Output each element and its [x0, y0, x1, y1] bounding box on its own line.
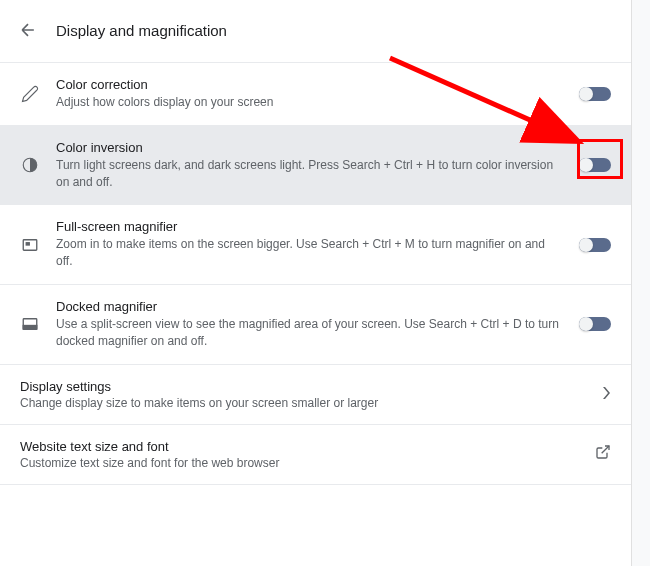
setting-title: Docked magnifier — [56, 299, 563, 314]
docked-icon — [20, 314, 40, 334]
scrollbar-track — [631, 0, 650, 566]
divider — [0, 484, 631, 485]
toggle-fullscreen-magnifier[interactable] — [579, 238, 611, 252]
toggle-docked-magnifier[interactable] — [579, 317, 611, 331]
setting-title: Color correction — [56, 77, 563, 92]
svg-rect-1 — [23, 239, 37, 250]
fullscreen-icon — [20, 235, 40, 255]
svg-line-5 — [602, 446, 609, 453]
setting-text: Docked magnifier Use a split-screen view… — [56, 299, 563, 350]
svg-rect-4 — [23, 326, 37, 330]
setting-docked-magnifier[interactable]: Docked magnifier Use a split-screen view… — [0, 285, 631, 364]
page-title: Display and magnification — [56, 22, 227, 39]
link-text: Display settings Change display size to … — [20, 379, 587, 410]
arrow-left-icon — [18, 20, 38, 40]
external-link-icon — [595, 444, 611, 464]
setting-title: Color inversion — [56, 140, 563, 155]
header: Display and magnification — [0, 0, 631, 62]
contrast-icon — [20, 155, 40, 175]
link-text: Website text size and font Customize tex… — [20, 439, 579, 470]
link-desc: Change display size to make items on you… — [20, 396, 587, 410]
toggle-color-inversion[interactable] — [579, 158, 611, 172]
link-desc: Customize text size and font for the web… — [20, 456, 579, 470]
setting-desc: Zoom in to make items on the screen bigg… — [56, 236, 563, 270]
toggle-color-correction[interactable] — [579, 87, 611, 101]
link-website-text[interactable]: Website text size and font Customize tex… — [0, 425, 631, 484]
setting-fullscreen-magnifier[interactable]: Full-screen magnifier Zoom in to make it… — [0, 205, 631, 284]
back-button[interactable] — [16, 18, 40, 42]
chevron-right-icon — [603, 385, 611, 403]
link-display-settings[interactable]: Display settings Change display size to … — [0, 365, 631, 424]
link-title: Website text size and font — [20, 439, 579, 454]
setting-desc: Use a split-screen view to see the magni… — [56, 316, 563, 350]
link-title: Display settings — [20, 379, 587, 394]
setting-text: Color correction Adjust how colors displ… — [56, 77, 563, 111]
pencil-icon — [20, 84, 40, 104]
setting-desc: Turn light screens dark, and dark screen… — [56, 157, 563, 191]
setting-color-inversion[interactable]: Color inversion Turn light screens dark,… — [0, 126, 631, 205]
setting-title: Full-screen magnifier — [56, 219, 563, 234]
setting-text: Full-screen magnifier Zoom in to make it… — [56, 219, 563, 270]
setting-color-correction[interactable]: Color correction Adjust how colors displ… — [0, 63, 631, 125]
svg-rect-2 — [26, 242, 29, 244]
setting-desc: Adjust how colors display on your screen — [56, 94, 563, 111]
setting-text: Color inversion Turn light screens dark,… — [56, 140, 563, 191]
settings-panel: Display and magnification Color correcti… — [0, 0, 631, 566]
